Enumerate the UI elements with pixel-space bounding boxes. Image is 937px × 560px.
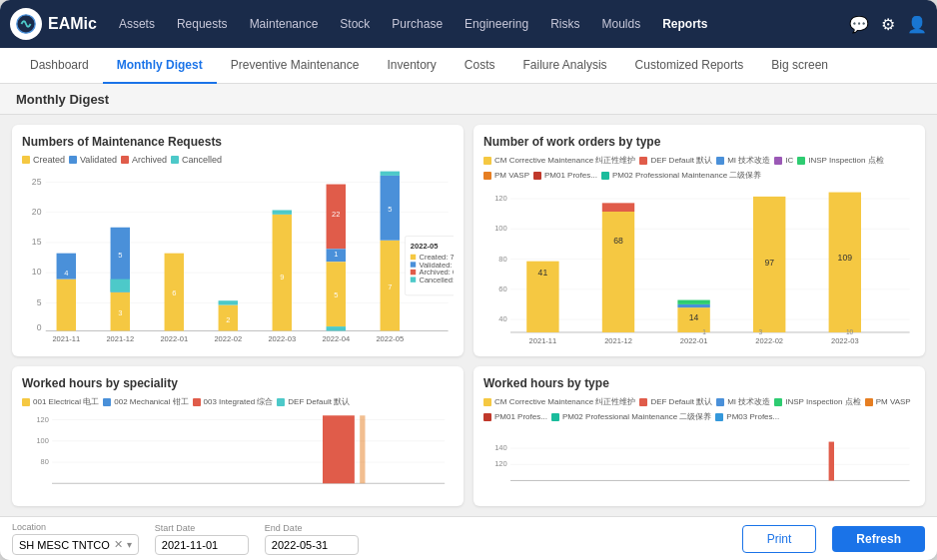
svg-text:41: 41 — [538, 268, 548, 278]
svg-text:5: 5 — [334, 290, 338, 299]
legend-pm02: PM02 Professional Maintenance 二级保养 — [601, 170, 761, 181]
subnav-failure-analysis[interactable]: Failure Analysis — [509, 48, 621, 84]
chart1-title: Numbers of Maintenance Requests — [22, 135, 454, 149]
svg-rect-99 — [360, 415, 365, 483]
subnav-dashboard[interactable]: Dashboard — [16, 48, 103, 84]
svg-text:2022-01: 2022-01 — [680, 336, 708, 345]
svg-text:3: 3 — [758, 328, 762, 335]
nav-assets[interactable]: Assets — [109, 11, 165, 37]
svg-text:40: 40 — [498, 314, 506, 323]
svg-text:5: 5 — [118, 251, 122, 260]
page-title: Monthly Digest — [16, 92, 109, 107]
svg-text:2022-05: 2022-05 — [376, 334, 404, 343]
svg-text:10: 10 — [846, 328, 854, 335]
nav-risks[interactable]: Risks — [540, 11, 589, 37]
svg-text:2021-11: 2021-11 — [52, 334, 80, 343]
subnav-big-screen[interactable]: Big screen — [757, 48, 842, 84]
start-date-value[interactable] — [162, 539, 242, 551]
worked-hours-speciality-chart: Worked hours by speciality 001 Electrica… — [12, 366, 464, 506]
svg-text:109: 109 — [838, 253, 853, 263]
svg-rect-74 — [602, 203, 634, 212]
subnav-inventory[interactable]: Inventory — [373, 48, 450, 84]
svg-text:97: 97 — [764, 258, 774, 268]
nav-requests[interactable]: Requests — [167, 11, 238, 37]
svg-text:14: 14 — [689, 312, 699, 322]
footer-bar: Location SH MESC TNTCO ✕ ▾ Start Date En… — [0, 516, 937, 560]
end-date-value[interactable] — [272, 539, 352, 551]
svg-text:140: 140 — [494, 443, 507, 452]
location-dropdown-icon[interactable]: ▾ — [127, 539, 132, 550]
start-date-label: Start Date — [155, 523, 249, 533]
nav-stock[interactable]: Stock — [330, 11, 380, 37]
svg-text:22: 22 — [332, 210, 340, 219]
subnav-monthly-digest[interactable]: Monthly Digest — [103, 48, 217, 84]
svg-text:5: 5 — [37, 297, 42, 307]
svg-text:2: 2 — [64, 243, 68, 252]
legend-insp: INSP Inspection 点检 — [797, 155, 883, 166]
subnav-customized-reports[interactable]: Customized Reports — [621, 48, 758, 84]
legend-pm03-type: PM03 Profes... — [715, 411, 779, 422]
svg-text:10: 10 — [32, 267, 42, 277]
print-button[interactable]: Print — [742, 525, 817, 553]
chart2-title: Number of work orders by type — [483, 135, 915, 149]
svg-text:7: 7 — [388, 282, 392, 291]
svg-text:2022-03: 2022-03 — [831, 336, 859, 345]
svg-text:1: 1 — [702, 328, 706, 335]
location-field: Location SH MESC TNTCO ✕ ▾ — [12, 522, 139, 555]
svg-text:2022-02: 2022-02 — [214, 334, 242, 343]
svg-rect-20 — [111, 280, 130, 292]
legend-pm01-type: PM01 Profes... — [483, 411, 547, 422]
svg-text:60: 60 — [498, 284, 506, 293]
user-icon[interactable]: 👤 — [907, 15, 927, 34]
chat-icon[interactable]: 💬 — [849, 15, 869, 34]
subnav-costs[interactable]: Costs — [451, 48, 509, 84]
nav-moulds[interactable]: Moulds — [591, 11, 650, 37]
svg-text:3: 3 — [118, 308, 122, 317]
nav-purchase[interactable]: Purchase — [382, 11, 453, 37]
svg-rect-105 — [829, 442, 834, 481]
location-input[interactable]: SH MESC TNTCO ✕ ▾ — [12, 534, 139, 555]
svg-rect-53 — [411, 262, 416, 267]
svg-rect-13 — [57, 280, 76, 331]
location-clear-icon[interactable]: ✕ — [114, 538, 123, 551]
svg-text:20: 20 — [32, 207, 42, 217]
svg-rect-78 — [677, 304, 709, 307]
svg-rect-57 — [411, 277, 416, 281]
chart3-svg: 120 100 80 — [22, 411, 454, 496]
start-date-field: Start Date — [155, 523, 249, 555]
start-date-input[interactable] — [155, 535, 249, 555]
legend-mi-type: MI 技术改造 — [716, 396, 770, 407]
refresh-button[interactable]: Refresh — [832, 526, 925, 552]
svg-text:120: 120 — [494, 459, 507, 468]
svg-text:2: 2 — [226, 315, 230, 324]
svg-text:9: 9 — [280, 273, 284, 281]
sub-navigation: Dashboard Monthly Digest Preventive Main… — [0, 48, 937, 84]
end-date-input[interactable] — [265, 535, 359, 555]
svg-text:2021-12: 2021-12 — [106, 334, 134, 343]
chart4-legend: CM Corrective Maintenance 纠正性维护 DEF Defa… — [483, 396, 915, 422]
chart4-area: 140 120 — [483, 426, 915, 496]
nav-engineering[interactable]: Engineering — [455, 11, 538, 37]
svg-text:4: 4 — [64, 269, 68, 278]
page-title-bar: Monthly Digest — [0, 84, 937, 115]
legend-def-spec: DEF Default 默认 — [277, 396, 350, 407]
nav-reports[interactable]: Reports — [652, 11, 717, 37]
svg-rect-55 — [411, 270, 416, 275]
legend-def: DEF Default 默认 — [639, 155, 712, 166]
chart4-title: Worked hours by type — [483, 376, 915, 390]
legend-archived: Archived — [121, 155, 167, 165]
nav-icons: 💬 ⚙ 👤 — [849, 15, 927, 34]
legend-created: Created — [22, 155, 65, 165]
svg-rect-28 — [219, 300, 238, 304]
logo-icon — [10, 8, 42, 40]
subnav-preventive-maintenance[interactable]: Preventive Maintenance — [217, 48, 374, 84]
legend-ic: IC — [774, 155, 793, 166]
chart1-svg: 25 20 15 10 5 0 — [22, 169, 454, 346]
legend-pm02-type: PM02 Professional Maintenance 二级保养 — [551, 411, 711, 422]
nav-maintenance[interactable]: Maintenance — [240, 11, 329, 37]
location-label: Location — [12, 522, 139, 532]
svg-text:1: 1 — [334, 250, 338, 259]
settings-icon[interactable]: ⚙ — [881, 15, 895, 34]
svg-text:80: 80 — [41, 457, 49, 466]
svg-rect-45 — [381, 172, 400, 176]
